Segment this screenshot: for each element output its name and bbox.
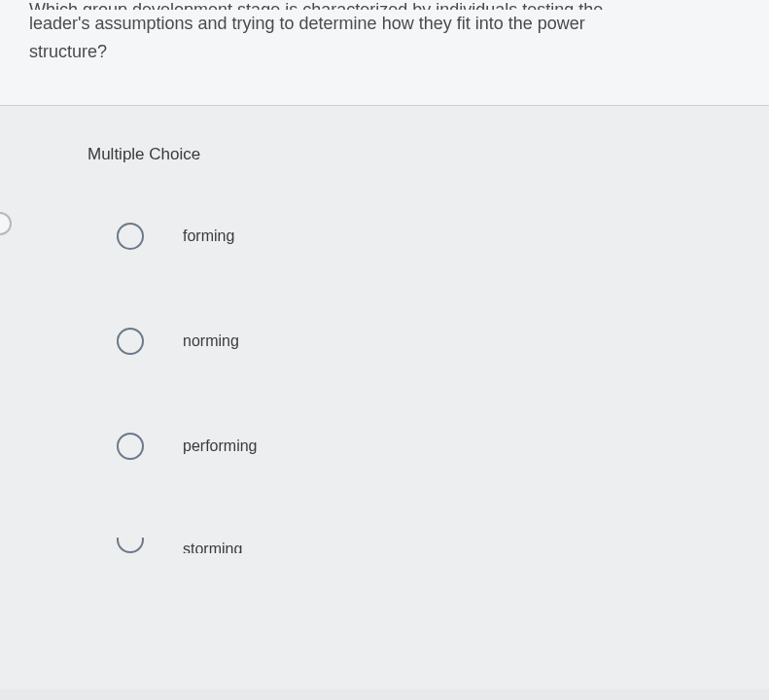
question-line-1: Which group development stage is charact… bbox=[29, 0, 740, 10]
option-label: performing bbox=[183, 438, 257, 455]
section-label: Multiple Choice bbox=[87, 145, 730, 164]
question-line-2: leader's assumptions and trying to deter… bbox=[29, 14, 585, 33]
option-label: forming bbox=[183, 228, 234, 245]
option-norming[interactable]: norming bbox=[117, 328, 730, 355]
radio-icon[interactable] bbox=[117, 538, 144, 553]
question-area: Which group development stage is charact… bbox=[0, 0, 769, 106]
question-line-3: structure? bbox=[29, 42, 107, 61]
option-storming[interactable]: storming bbox=[117, 538, 730, 555]
options-list: forming norming performing storming bbox=[87, 223, 730, 555]
radio-icon[interactable] bbox=[117, 328, 144, 355]
option-label: storming bbox=[183, 542, 242, 553]
radio-icon[interactable] bbox=[117, 433, 144, 460]
option-forming[interactable]: forming bbox=[117, 223, 730, 250]
question-text: Which group development stage is charact… bbox=[29, 0, 740, 66]
option-label: norming bbox=[183, 332, 239, 350]
radio-icon[interactable] bbox=[117, 223, 144, 250]
answer-area: Multiple Choice forming norming performi… bbox=[0, 106, 769, 689]
option-performing[interactable]: performing bbox=[117, 433, 730, 460]
